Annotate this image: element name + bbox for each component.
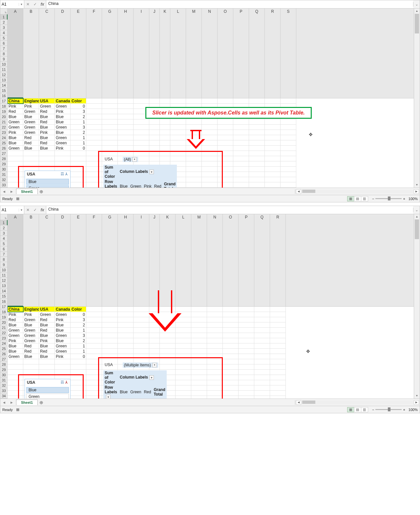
scroll-thumb[interactable] [415, 14, 419, 33]
add-sheet-icon[interactable]: ⊕ [38, 400, 45, 405]
col-header-G[interactable]: G [102, 214, 118, 306]
col-header-O[interactable]: O [223, 214, 239, 306]
cell-empty[interactable] [218, 98, 233, 104]
row-header-2[interactable]: 2 [0, 20, 8, 25]
cell-empty[interactable] [265, 140, 281, 146]
cell-empty[interactable] [265, 130, 281, 135]
cell-empty[interactable] [176, 385, 191, 391]
cell-empty[interactable] [160, 151, 170, 156]
row-header-31[interactable]: 31 [0, 378, 8, 383]
row-dropdown-icon[interactable]: ▾ [106, 395, 111, 399]
cell-empty[interactable] [55, 359, 71, 364]
cell-C1[interactable]: USA [39, 307, 55, 312]
cell-B4[interactable]: Blue [23, 114, 39, 119]
cell-C7[interactable]: Pink [39, 338, 55, 343]
cell-empty[interactable] [191, 322, 207, 328]
row-header-20[interactable]: 20 [0, 114, 8, 119]
col-header-F[interactable]: F [86, 9, 102, 98]
row-header-25[interactable]: 25 [0, 140, 8, 146]
cell-empty[interactable] [8, 385, 23, 391]
col-header-E[interactable]: E [71, 214, 86, 306]
cell-C10[interactable]: Blue [39, 146, 55, 151]
cell-empty[interactable] [160, 140, 170, 146]
cell-empty[interactable] [239, 380, 254, 385]
cell-empty[interactable] [86, 343, 102, 349]
cell-empty[interactable] [202, 156, 218, 161]
cell-empty[interactable] [254, 380, 270, 385]
cell-empty[interactable] [86, 317, 102, 322]
cell-empty[interactable] [239, 354, 254, 359]
filter-dropdown-icon[interactable]: ▾ [132, 157, 137, 162]
cell-empty[interactable] [23, 359, 39, 364]
cell-empty[interactable] [102, 119, 118, 125]
cell-empty[interactable] [254, 391, 270, 396]
cell-empty[interactable] [249, 98, 265, 104]
cell-empty[interactable] [207, 328, 223, 333]
col-header-M[interactable]: M [191, 214, 207, 306]
cell-A9[interactable]: Blue [8, 140, 23, 146]
cell-empty[interactable] [160, 125, 170, 130]
cell-empty[interactable] [102, 109, 118, 114]
row-header-7[interactable]: 7 [0, 46, 8, 51]
col-header-N[interactable]: N [202, 9, 218, 98]
cell-empty[interactable] [102, 307, 118, 312]
horizontal-scrollbar[interactable]: ◀ ▶ [295, 189, 420, 194]
cell-empty[interactable] [102, 322, 118, 328]
hscroll-right-icon[interactable]: ▶ [414, 400, 419, 405]
select-all-corner[interactable] [0, 9, 8, 14]
cell-empty[interactable] [176, 396, 191, 399]
cell-empty[interactable] [223, 328, 239, 333]
cell-empty[interactable] [102, 146, 118, 151]
cell-E6[interactable]: 3 [71, 125, 86, 130]
cell-empty[interactable] [170, 135, 186, 140]
row-header-6[interactable]: 6 [0, 41, 8, 46]
row-header-16[interactable]: 16 [0, 299, 8, 304]
cell-A6[interactable]: Green [8, 333, 23, 338]
cell-empty[interactable] [134, 354, 149, 359]
cell-B10[interactable]: Blue [23, 146, 39, 151]
slicer-item[interactable]: Green [26, 185, 69, 188]
cell-empty[interactable] [223, 354, 239, 359]
cell-D5[interactable]: Blue [55, 328, 71, 333]
cell-D10[interactable]: Pink [55, 354, 71, 359]
cell-empty[interactable] [281, 135, 296, 140]
cell-E10[interactable]: 0 [71, 354, 86, 359]
cell-empty[interactable] [86, 119, 102, 125]
cell-B8[interactable]: Red [23, 135, 39, 140]
col-header-J[interactable]: J [149, 9, 160, 98]
row-header-17[interactable]: 17 [0, 304, 8, 309]
cell-empty[interactable] [134, 317, 149, 322]
cell-empty[interactable] [207, 364, 223, 370]
cell-empty[interactable] [218, 130, 233, 135]
cell-D5[interactable]: Blue [55, 119, 71, 125]
cell-D4[interactable]: Blue [55, 322, 71, 328]
cell-E3[interactable]: 3 [71, 317, 86, 322]
cell-empty[interactable] [8, 172, 23, 177]
cell-D4[interactable]: Blue [55, 114, 71, 119]
cell-A5[interactable]: Green [8, 328, 23, 333]
cell-empty[interactable] [254, 343, 270, 349]
cell-empty[interactable] [86, 140, 102, 146]
cell-B6[interactable]: Green [23, 333, 39, 338]
cell-empty[interactable] [270, 364, 286, 370]
zoom-in-icon[interactable]: + [403, 408, 405, 412]
cell-empty[interactable] [239, 322, 254, 328]
cell-empty[interactable] [207, 322, 223, 328]
scroll-up-icon[interactable]: ▲ [414, 214, 420, 219]
cell-empty[interactable] [270, 380, 286, 385]
cell-empty[interactable] [86, 380, 102, 385]
cell-E4[interactable]: 2 [71, 114, 86, 119]
col-header-L[interactable]: L [170, 9, 186, 98]
cell-C5[interactable]: Red [39, 328, 55, 333]
cell-B2[interactable]: Pink [23, 312, 39, 317]
view-page-break-icon[interactable]: ▥ [361, 196, 368, 201]
cell-empty[interactable] [186, 167, 202, 172]
cell-empty[interactable] [71, 370, 86, 375]
cell-empty[interactable] [71, 359, 86, 364]
cell-B7[interactable]: Green [23, 338, 39, 343]
cell-empty[interactable] [270, 370, 286, 375]
vertical-scrollbar[interactable]: ▲ ▼ [414, 214, 420, 399]
cell-empty[interactable] [218, 146, 233, 151]
cell-D3[interactable]: Pink [55, 317, 71, 322]
cell-empty[interactable] [191, 370, 207, 375]
